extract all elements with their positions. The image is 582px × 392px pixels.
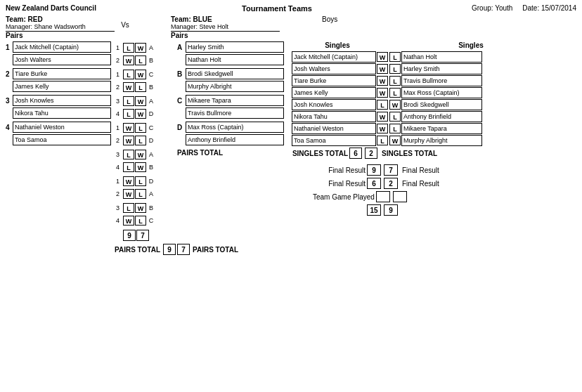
singles-blue-player: Anthony Brinfield [401, 111, 482, 122]
player-name: Harley Smith [188, 44, 224, 51]
player-row: Murphy Albright [186, 81, 284, 92]
blue-score-box: W [135, 43, 146, 53]
red-score-box: W [123, 55, 134, 65]
player-row: Toa Samoa [13, 134, 111, 145]
scores-column: 1 L W A 2 W L B 1 L W C 2 W [116, 41, 176, 241]
final-result-red-2: 6 [367, 178, 381, 189]
final-result-blue-1: 7 [384, 164, 398, 176]
blue-score-box: W [135, 162, 146, 172]
player-row: James Kelly [13, 81, 111, 92]
singles-l-box: L [389, 124, 401, 133]
red-score-box: L [123, 162, 134, 172]
red-pairs-column: 1 Jack Mitchell (Captain) Josh Walters 2… [6, 41, 115, 148]
blue-pairs-column: A Harley Smith Nathan Holt B Brodi Skedg… [177, 41, 286, 157]
blue-score-box: W [135, 203, 146, 213]
section-letter-b: B [177, 70, 186, 78]
singles-red-player: Josh Knowles [292, 99, 376, 110]
player-row: Brodi Skedgwell [186, 68, 284, 79]
final-result-label-2: Final Result [313, 180, 366, 188]
pairs-total-red-bottom: 9 [163, 244, 176, 255]
blue-score-box: L [135, 189, 146, 199]
red-score-box: L [123, 109, 134, 119]
red-score-box: W [123, 189, 134, 199]
final-result-label-1: Final Result [313, 166, 366, 174]
player-row: Josh Knowles [13, 95, 111, 106]
final-result-blue-label-1: Final Result [402, 166, 439, 174]
vs-label: Vs [115, 15, 136, 29]
player-name: Toa Samoa [15, 136, 47, 143]
player-name: Tiare Burke [15, 70, 47, 77]
red-score-box: W [123, 82, 134, 92]
singles-blue-player: Brodi Skedgwell [401, 99, 482, 110]
blue-score-box: L [135, 136, 146, 145]
blue-score-box: L [135, 55, 146, 65]
player-row: Tiare Burke [13, 68, 111, 79]
blue-score-box: W [135, 96, 146, 106]
player-name: James Kelly [15, 83, 49, 90]
pairs-red: Pairs [6, 32, 115, 39]
singles-header-right: Singles [425, 41, 517, 49]
player-name: Max Ross (Captain) [188, 124, 244, 131]
team-game-played-label: Team Game Played [313, 193, 375, 201]
player-name: Brodi Skedgwell [188, 70, 233, 77]
player-row: Mikaere Tapara [186, 95, 284, 106]
manager-blue: Manager: Steve Holt [171, 23, 280, 32]
singles-red-player: Nathaniel Weston [292, 123, 376, 134]
singles-l-box: L [389, 64, 401, 74]
singles-w-box: L [377, 100, 388, 110]
singles-blue-player: Harley Smith [401, 63, 482, 74]
section-letter-c: C [177, 97, 186, 105]
player-row: Nathan Holt [186, 54, 284, 65]
singles-l-box: L [389, 88, 401, 98]
red-score-box: W [123, 216, 134, 226]
red-score-box: W [123, 176, 134, 186]
red-score-box: L [123, 203, 134, 213]
player-name: Travis Bullmore [188, 110, 231, 117]
singles-blue-player: Murphy Albright [401, 135, 482, 146]
singles-l-box: W [389, 136, 401, 145]
player-name: Josh Walters [15, 56, 51, 63]
blue-score-box: W [135, 70, 146, 79]
singles-w-box: W [377, 76, 388, 86]
red-score-box: W [123, 136, 134, 145]
player-row: Jack Mitchell (Captain) [13, 41, 111, 53]
pair-num-1: 1 [6, 44, 13, 51]
pairs-total-red: 9 [123, 230, 136, 241]
singles-l-box: L [389, 52, 401, 62]
singles-blue-player: Mikaere Tapara [401, 123, 482, 134]
pairs-total-red-label: PAIRS TOTAL [177, 149, 223, 157]
singles-l-box: L [389, 112, 401, 122]
pairs-total-blue: 7 [136, 230, 149, 241]
singles-blue-player: Nathan Holt [401, 51, 482, 63]
player-name: Murphy Albright [188, 83, 232, 90]
blue-score-box: L [135, 216, 146, 226]
singles-l-box: L [389, 76, 401, 86]
player-row: Josh Walters [13, 54, 111, 65]
player-name: Anthony Brinfield [188, 136, 235, 143]
player-row: Harley Smith [186, 41, 284, 53]
singles-l-box: W [389, 100, 401, 110]
player-row: Nathaniel Weston [13, 122, 111, 133]
red-score-box: L [123, 43, 134, 53]
org-name: New Zealand Darts Council [6, 4, 118, 12]
blue-score-box: W [135, 109, 146, 119]
singles-w-box: W [377, 124, 388, 133]
singles-total-red: 6 [349, 148, 362, 159]
date-label: Date: 15/07/2014 [522, 4, 576, 12]
singles-red-player: James Kelly [292, 87, 376, 98]
singles-total-label: SINGLES TOTAL [292, 150, 348, 157]
blue-score-box: L [135, 123, 146, 133]
blue-score-box: W [135, 150, 146, 159]
manager-red: Manager: Shane Wadsworth [6, 23, 115, 32]
final-result-blue-2: 2 [384, 178, 398, 189]
game-played-box-red [376, 191, 390, 202]
singles-total-blue-label: SINGLES TOTAL [382, 150, 437, 157]
singles-section: Singles Singles Jack Mitchell (Captain) … [292, 41, 517, 216]
pair-num-3: 3 [6, 97, 13, 105]
singles-red-player: Josh Walters [292, 63, 376, 74]
player-name: Nathan Holt [188, 56, 221, 63]
red-score-box: L [123, 150, 134, 159]
pairs-total-blue-bottom: 7 [177, 244, 190, 255]
player-row: Max Ross (Captain) [186, 122, 284, 133]
singles-w-box: L [377, 136, 388, 145]
